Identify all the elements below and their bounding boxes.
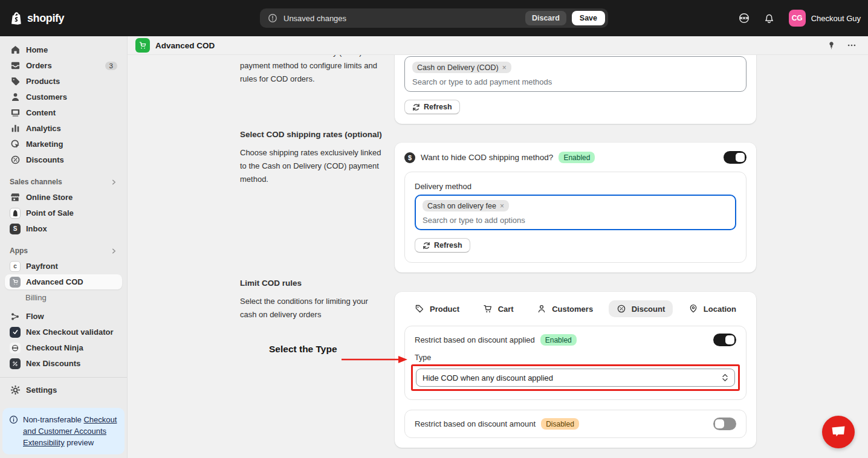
sidebar-item-label: Checkout Ninja [26,343,117,352]
more-actions-icon[interactable] [846,40,857,51]
annotation-arrow [340,355,408,367]
sidebar-item-orders[interactable]: Orders 3 [5,58,122,73]
remove-chip-icon[interactable]: × [500,202,504,210]
sidebar-item-discounts[interactable]: Discounts [5,152,122,167]
currency-icon: $ [404,152,415,163]
refresh-payment-methods-button[interactable]: Refresh [404,100,460,114]
discount-type-value: Hide COD when any discount applied [423,373,553,382]
payment-methods-input[interactable]: Cash on Delivery (COD) × Search or type … [404,56,747,92]
sidebar-item-label: Products [26,77,117,86]
user-avatar: CG [789,10,806,27]
advanced-cod-icon [10,277,21,288]
sidebar-item-label: Home [26,45,117,54]
product-tag-icon [415,304,424,314]
discount-type-select[interactable]: Hide COD when any discount applied [416,369,735,387]
sidebar-item-advanced-cod[interactable]: Advanced COD [5,274,122,289]
tab-customers[interactable]: Customers [529,300,601,317]
ninja-icon[interactable] [738,12,750,24]
toggle-knob [736,153,745,162]
sidebar-item-billing[interactable]: Billing [5,290,122,305]
toggle-knob [715,419,724,428]
delivery-method-input[interactable]: Cash on delivery fee × Search or type to… [415,195,736,230]
chat-widget-button[interactable] [822,416,855,448]
sidebar-item-label: Customers [26,92,117,102]
checkout-ninja-icon [10,343,21,353]
status-badge: Disabled [541,418,579,430]
select-updown-icon [721,373,728,382]
shopify-bag-icon [10,11,23,25]
sidebar-item-customers[interactable]: Customers [5,89,122,105]
apps-header[interactable]: Apps [5,245,122,257]
sidebar-item-point-of-sale[interactable]: Point of Sale [5,205,122,221]
sidebar-item-analytics[interactable]: Analytics [5,121,122,136]
discount-applied-rule: Restrict based on discount applied Enabl… [404,326,747,400]
flow-icon [10,311,21,322]
online-store-icon [10,192,21,203]
sidebar-item-settings[interactable]: Settings [5,382,122,398]
gear-icon [10,385,21,396]
advanced-cod-app-icon [135,38,150,53]
analytics-bars-icon [10,123,21,134]
limit-rules-section: Limit COD rules Select the conditions fo… [128,273,868,448]
location-pin-icon [688,304,698,314]
orders-icon [10,60,21,71]
sidebar-item-label: Advanced COD [26,277,117,286]
alert-icon [267,13,278,24]
pin-icon[interactable] [826,40,837,51]
sidebar-item-online-store[interactable]: Online Store [5,190,122,205]
tab-cart[interactable]: Cart [475,300,522,317]
main-area: Advanced COD Select the Cash on Delivery… [128,36,868,458]
sidebar-item-nex-discounts[interactable]: Nex Discounts [5,356,122,371]
sidebar-item-label: Billing [25,293,117,302]
sidebar: Home Orders 3 Products Customers Content… [0,36,128,458]
nex-discounts-icon [10,358,21,369]
preview-info-text: Non-transferable Checkout and Customer A… [23,414,117,448]
topbar: shopify Unsaved changes Discard Save CG … [0,0,868,36]
sidebar-item-label: Content [26,108,117,117]
annotation-highlight-box: Hide COD when any discount applied [411,364,740,391]
home-icon [10,45,21,56]
discount-applied-label: Restrict based on discount applied [415,335,535,344]
shipping-section-heading: Select COD shipping rates (optional) [240,130,386,139]
sidebar-item-nex-checkout-validator[interactable]: Nex Checkout validator [5,324,122,340]
point-of-sale-icon [10,208,21,219]
customers-outline-icon [537,304,546,314]
discard-button[interactable]: Discard [525,11,566,25]
save-button[interactable]: Save [572,11,605,25]
payment-methods-card: Cash on Delivery (COD) × Search or type … [395,54,756,124]
discount-amount-toggle[interactable] [713,418,736,430]
payment-method-chip: Cash on Delivery (COD) × [412,62,511,73]
rules-section-heading: Limit COD rules [240,279,386,288]
sidebar-item-content[interactable]: Content [5,105,122,120]
tab-location[interactable]: Location [681,300,744,317]
sidebar-item-products[interactable]: Products [5,74,122,89]
payment-methods-placeholder: Search or type to add payment methods [412,77,739,86]
delivery-method-label: Delivery method [415,182,736,191]
sidebar-item-payfront[interactable]: c Payfront [5,259,122,274]
inbox-icon: S [10,224,21,234]
tab-product[interactable]: Product [407,300,467,317]
sales-channels-header[interactable]: Sales channels [5,176,122,188]
sidebar-item-inbox[interactable]: S Inbox [5,221,122,236]
status-badge: Enabled [559,152,595,163]
sidebar-item-checkout-ninja[interactable]: Checkout Ninja [5,340,122,355]
discount-applied-toggle[interactable] [713,334,736,346]
shopify-logo[interactable]: shopify [10,11,64,25]
sidebar-item-label: Analytics [26,124,117,133]
user-menu[interactable]: CG Checkout Guy [789,10,861,27]
refresh-delivery-methods-button[interactable]: Refresh [415,238,470,253]
page-title: Advanced COD [155,41,215,50]
products-tag-icon [10,76,21,87]
remove-chip-icon[interactable]: × [502,64,507,71]
tab-discount[interactable]: Discount [609,300,673,317]
sidebar-item-home[interactable]: Home [5,42,122,57]
sidebar-item-label: Marketing [26,140,117,149]
sidebar-item-marketing[interactable]: Marketing [5,137,122,152]
type-label: Type [415,353,736,362]
hide-shipping-toggle[interactable] [724,151,747,164]
sidebar-item-label: Settings [26,385,117,395]
sidebar-item-flow[interactable]: Flow [5,309,122,324]
preview-info-banner: Non-transferable Checkout and Customer A… [2,408,125,454]
notifications-bell-icon[interactable] [763,12,776,24]
shipping-section-description: Choose shipping rates exclusively linked… [240,146,386,186]
